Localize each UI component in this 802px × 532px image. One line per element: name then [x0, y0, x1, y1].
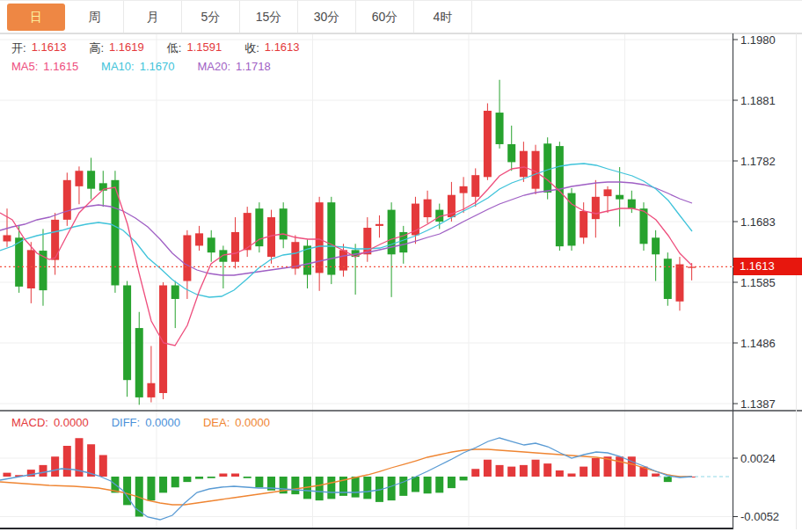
candle-body — [327, 202, 335, 274]
candle-body — [375, 224, 383, 226]
current-price-badge: 1.1613 — [733, 258, 802, 275]
macd-bar — [363, 477, 371, 499]
candle-body — [123, 285, 131, 380]
macd-bar — [388, 477, 396, 500]
macd-bar — [616, 456, 623, 477]
candle-body — [291, 242, 299, 268]
macd-bar — [244, 477, 252, 478]
macd-tick-label: -0.0052 — [740, 510, 779, 523]
ma5-label: MA5: — [11, 60, 38, 73]
macd-bar — [4, 473, 11, 477]
candle-body — [63, 180, 71, 220]
candle-body — [75, 171, 83, 186]
macd-bar — [87, 444, 95, 477]
candle-body — [15, 237, 23, 287]
candle-body — [592, 197, 600, 219]
ma10-value: 1.1670 — [140, 60, 175, 73]
macd-bar — [159, 477, 167, 492]
macd-bar — [412, 477, 419, 492]
candle-body — [616, 195, 623, 200]
dea-value: 0.0000 — [235, 416, 270, 429]
dea-label: DEA: — [203, 416, 230, 429]
price-tick-label: 1.1881 — [740, 94, 776, 107]
macd-bar — [507, 467, 515, 477]
macd-bar — [580, 467, 587, 477]
ma-header: MA5: 1.1615 MA10: 1.1670 MA20: 1.1718 — [11, 60, 276, 73]
macd-bar — [484, 460, 492, 477]
macd-bar — [520, 465, 528, 477]
candle-body — [316, 202, 324, 273]
candle-body — [675, 265, 683, 302]
price-tick-label: 1.1585 — [740, 276, 776, 289]
candle-body — [147, 383, 155, 397]
macd-label: MACD: — [11, 416, 48, 429]
macd-bar — [39, 465, 47, 477]
close-label: 收: — [244, 40, 259, 56]
candle-body — [496, 113, 504, 144]
candle-body — [195, 233, 203, 245]
macd-value: 0.0000 — [54, 416, 89, 429]
macd-bar — [435, 477, 443, 492]
ma20-value: 1.1718 — [236, 60, 271, 73]
candle-body — [460, 186, 468, 193]
candle-body — [208, 237, 215, 252]
macd-bar — [208, 477, 215, 478]
macd-bar — [99, 455, 107, 477]
macd-bar — [543, 463, 551, 477]
candle-body — [484, 111, 492, 177]
candle-body — [580, 211, 587, 237]
macd-bar — [291, 477, 299, 494]
candle-body — [507, 144, 515, 162]
diff-value: 0.0000 — [145, 416, 180, 429]
high-value: 1.1619 — [109, 40, 144, 56]
macd-bar — [424, 477, 432, 493]
candle-body — [135, 328, 143, 397]
macd-bar — [652, 474, 660, 477]
macd-bar — [183, 477, 191, 482]
price-tick-label: 1.1486 — [740, 337, 776, 350]
candle-body — [27, 250, 35, 288]
candle-body — [471, 175, 479, 197]
macd-bar — [460, 477, 468, 480]
candle-body — [183, 235, 191, 281]
macd-bar — [664, 477, 672, 482]
ohlc-header: 开: 1.1613 高: 1.1619 低: 1.1591 收: 1.1613 — [11, 40, 305, 56]
macd-bar — [51, 456, 59, 477]
macd-bar — [231, 474, 239, 477]
close-value: 1.1613 — [265, 40, 300, 56]
macd-bar — [219, 474, 227, 477]
macd-bar — [568, 474, 576, 477]
macd-bar — [471, 469, 479, 477]
ma5-value: 1.1615 — [43, 60, 78, 73]
ma10-label: MA10: — [101, 60, 135, 73]
macd-bar — [496, 465, 504, 477]
candle-body — [628, 200, 636, 209]
price-tick-label: 1.1980 — [740, 33, 776, 47]
macd-bar — [63, 446, 71, 477]
candle-body — [556, 146, 564, 246]
macd-bar — [327, 477, 335, 499]
macd-bar — [448, 477, 456, 488]
macd-bar — [532, 460, 540, 477]
candle-body — [159, 285, 167, 392]
macd-bar — [556, 470, 564, 477]
candle-body — [424, 200, 432, 217]
high-label: 高: — [89, 40, 104, 56]
candle-body — [219, 250, 227, 261]
candle-body — [604, 189, 612, 196]
macd-bar — [352, 477, 360, 498]
diff-label: DIFF: — [112, 416, 141, 429]
candle-body — [244, 213, 252, 250]
candle-body — [520, 151, 528, 178]
candle-body — [339, 250, 347, 270]
macd-bar — [147, 477, 155, 500]
price-tick-label: 1.1782 — [740, 155, 776, 168]
candle-body — [171, 285, 179, 298]
candle-body — [652, 237, 660, 254]
ma20-label: MA20: — [197, 60, 230, 73]
macd-bar — [592, 458, 600, 477]
macd-bar — [171, 477, 179, 487]
macd-bar — [399, 477, 407, 496]
low-value: 1.1591 — [186, 40, 222, 56]
candle-body — [639, 208, 647, 244]
